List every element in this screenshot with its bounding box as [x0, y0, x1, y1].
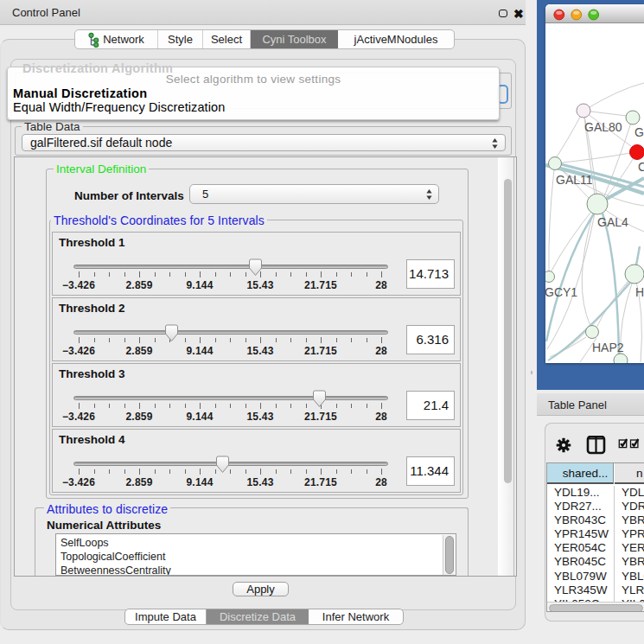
svg-text:GCY1: GCY1 [545, 285, 577, 299]
svg-text:GAL4: GAL4 [597, 215, 628, 229]
svg-text:HAP2: HAP2 [592, 341, 624, 354]
svg-text:H: H [635, 285, 644, 299]
svg-text:GAL11: GAL11 [556, 173, 593, 187]
svg-text:GAL80: GAL80 [584, 120, 622, 134]
svg-text:C: C [638, 160, 644, 174]
svg-text:GA: GA [634, 125, 644, 139]
